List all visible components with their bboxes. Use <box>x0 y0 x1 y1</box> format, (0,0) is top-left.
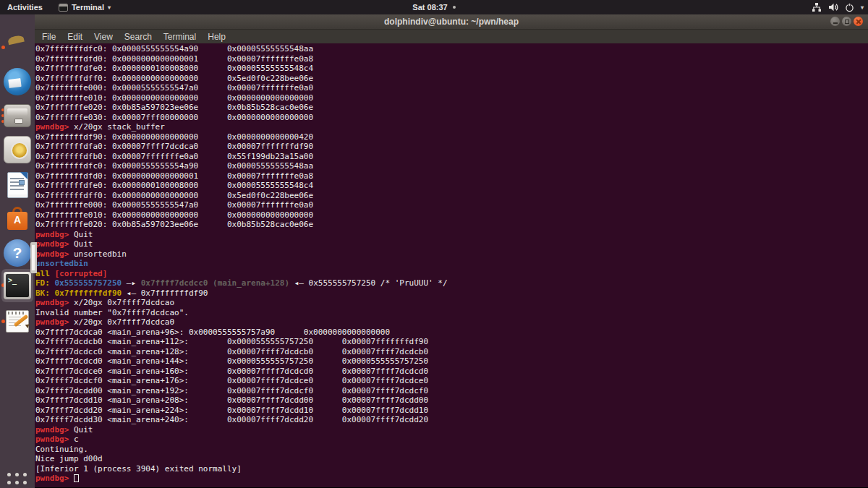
terminal-output: 0x7fffffffdfc0: 0x0000555555554a90 0x000… <box>35 43 868 484</box>
ubuntu-software-icon: A <box>4 205 31 232</box>
caret-down-icon: ▾ <box>861 4 864 11</box>
terminal-line: 0x7fffffffe010: 0x0000000000000000 0x000… <box>35 210 868 221</box>
dock: A ? >_ <box>0 14 35 488</box>
dock-item-terminal[interactable]: >_ <box>4 272 31 299</box>
help-icon: ? <box>4 239 31 267</box>
terminal-line: [Inferior 1 (process 3904) exited normal… <box>35 464 868 474</box>
terminal-window: dolphindiv@ubuntu: ~/pwn/heap File Edit … <box>35 14 868 488</box>
menu-search[interactable]: Search <box>119 32 158 42</box>
clock-label[interactable]: Sat 08:37 <box>412 3 447 12</box>
top-bar: Activities Terminal ▾ Sat 08:37 ▾ <box>0 0 868 14</box>
menu-terminal[interactable]: Terminal <box>158 32 202 42</box>
close-button[interactable] <box>854 17 863 26</box>
dock-item-text-editor[interactable] <box>4 307 31 335</box>
terminal-line: 0x7ffff7dcdd30 <main_arena+240>: 0x00007… <box>35 415 868 425</box>
terminal-app-icon <box>59 4 68 12</box>
terminal-line: 0x7ffff7dcdd10 <main_arena+208>: 0x00007… <box>35 395 868 406</box>
pencil-tip <box>25 322 31 328</box>
grid-dot <box>15 481 19 484</box>
grid-dot <box>7 481 11 484</box>
terminal-line: 0x7fffffffdff0: 0x0000000000000000 0x5ed… <box>35 191 868 201</box>
dock-item-files[interactable] <box>4 102 31 129</box>
text-editor-icon <box>4 307 31 335</box>
system-tray[interactable]: ▾ <box>812 0 864 14</box>
terminal-line: 0x7fffffffdfd0: 0x0000000000000001 0x000… <box>35 54 868 64</box>
terminal-line: 0x7ffff7dcdce0 <main_arena+160>: 0x00007… <box>35 367 868 377</box>
terminal-line: 0x7ffff7dcdd20 <main_arena+224>: 0x00007… <box>35 406 868 416</box>
dock-item-help[interactable]: ? <box>4 239 31 267</box>
libreoffice-writer-icon <box>4 171 31 198</box>
terminal-line: 0x7fffffffdfc0: 0x0000555555554a90 0x000… <box>35 44 868 54</box>
terminal-line: 0x7ffff7dcdcc0 <main_arena+128>: 0x00007… <box>35 347 868 357</box>
app-menu-button[interactable]: Terminal ▾ <box>53 0 116 14</box>
dock-item-ubuntu-software[interactable]: A <box>4 205 31 232</box>
terminal-line: 0x7ffff7dcdca0 <main_arena+96>: 0x000055… <box>35 328 868 338</box>
show-applications-button[interactable] <box>7 473 27 488</box>
grid-dot <box>23 481 27 484</box>
grid-dot <box>23 473 27 476</box>
notepad-spiral <box>8 312 26 314</box>
thunderbird-icon <box>4 68 31 95</box>
terminal-line: 0x7fffffffe000: 0x00005555555547a0 0x000… <box>35 83 868 93</box>
activities-button[interactable]: Activities <box>0 0 53 14</box>
files-icon <box>4 104 31 127</box>
terminal-line: pwndbg> Quit <box>35 230 868 240</box>
terminal-line: 0x7fffffffdfe0: 0x0000000100008000 0x000… <box>35 181 868 191</box>
terminal-line: pwndbg> x/20gx 0x7ffff7dcdcao <box>35 298 868 308</box>
app-menu-label: Terminal <box>72 3 104 12</box>
dock-item-thunderbird[interactable] <box>4 68 31 95</box>
terminal-line: pwndbg> <box>35 474 868 484</box>
dock-item-rhythmbox[interactable] <box>4 136 31 163</box>
terminal-icon: >_ <box>4 272 31 299</box>
terminal-line: 0x7fffffffe010: 0x0000000000000000 0x000… <box>35 93 868 103</box>
terminal-line: 0x7fffffffe020: 0x0b85a597023ee06e 0x0b8… <box>35 220 868 230</box>
terminal-line: 0x7fffffffdfd0: 0x0000000000000001 0x000… <box>35 171 868 181</box>
background-window-edge <box>30 242 37 273</box>
terminal-line: 0x7ffff7dcdd00 <main_arena+192>: 0x00007… <box>35 386 868 396</box>
terminal-line: Nice jump d00d <box>35 454 868 464</box>
terminal-line: pwndbg> x/20gx stack_buffer <box>35 122 868 132</box>
chevron-down-icon: ▾ <box>108 4 111 11</box>
grid-dot <box>7 473 11 476</box>
menu-file[interactable]: File <box>36 32 61 42</box>
terminal-line: pwndbg> c <box>35 435 868 445</box>
terminal-line: FD: 0x555555757250 —▸ 0x7ffff7dcdcc0 (ma… <box>35 278 868 288</box>
power-icon <box>845 2 854 12</box>
terminal-line: all [corrupted] <box>35 269 868 279</box>
terminal-line: Continuing. <box>35 445 868 455</box>
terminal-line: 0x7ffff7dcdcf0 <main_arena+176>: 0x00007… <box>35 376 868 386</box>
terminal-line: Invalid number "0x7ffff7dcdcao". <box>35 308 868 318</box>
terminal-line: 0x7ffff7dcdcd0 <main_arena+144>: 0x00005… <box>35 356 868 367</box>
window-titlebar[interactable]: dolphindiv@ubuntu: ~/pwn/heap <box>35 14 868 30</box>
minimize-button[interactable] <box>830 17 840 26</box>
menu-edit[interactable]: Edit <box>61 32 88 42</box>
clock-area: Sat 08:37 <box>0 0 868 14</box>
window-controls <box>830 17 863 26</box>
terminal-line: pwndbg> x/20gx 0x7ffff7dcdca0 <box>35 317 868 328</box>
notification-dot-icon <box>453 6 456 9</box>
dock-item-firefox[interactable] <box>4 33 31 61</box>
volume-icon <box>828 2 838 12</box>
terminal-line: 0x7fffffffdff0: 0x0000000000000000 0x5ed… <box>35 74 868 84</box>
terminal-line: 0x7fffffffdfa0: 0x00007ffff7dcdca0 0x000… <box>35 142 868 152</box>
minimize-icon <box>833 22 838 24</box>
menu-view[interactable]: View <box>88 32 119 42</box>
terminal-line: 0x7fffffffdfb0: 0x00007fffffffe0a0 0x55f… <box>35 152 868 162</box>
terminal-line: 0x7fffffffdfe0: 0x0000000100008000 0x000… <box>35 64 868 74</box>
terminal-line: unsortedbin <box>35 259 868 269</box>
terminal-line: 0x7fffffffe000: 0x00005555555547a0 0x000… <box>35 200 868 210</box>
activities-label: Activities <box>7 3 43 12</box>
firefox-icon <box>4 33 31 61</box>
dock-item-libreoffice-writer[interactable] <box>4 171 31 198</box>
menu-help[interactable]: Help <box>202 32 231 42</box>
terminal-line: pwndbg> Quit <box>35 425 868 435</box>
grid-dot <box>15 473 19 476</box>
maximize-button[interactable] <box>842 17 851 26</box>
terminal-icon-glyph: >_ <box>6 274 29 297</box>
terminal-line: BK: 0x7fffffffdf90 ◂— 0x7fffffffdf90 <box>35 288 868 299</box>
terminal-cursor <box>74 474 79 482</box>
terminal-screen[interactable]: 0x7fffffffdfc0: 0x0000555555554a90 0x000… <box>35 43 868 487</box>
doc-image <box>19 180 25 185</box>
network-icon <box>812 2 822 12</box>
menu-bar: File Edit View Search Terminal Help <box>35 30 868 43</box>
